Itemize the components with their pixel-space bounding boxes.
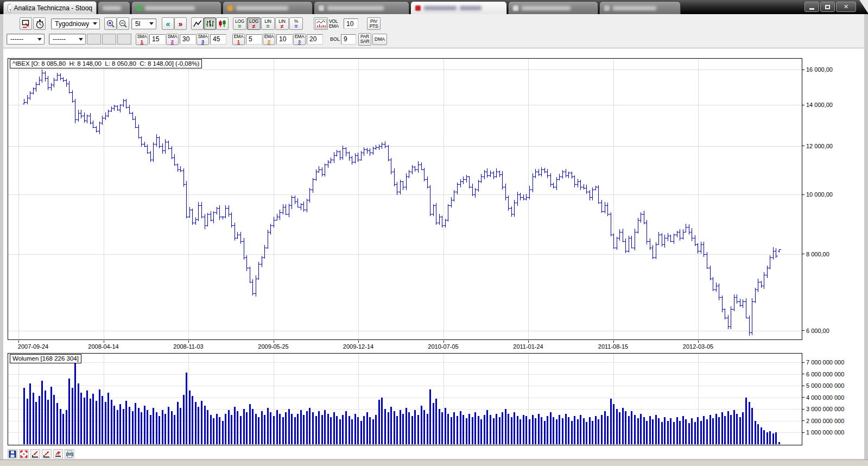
titlebar: Analiza Techniczna - Stooq ✕ [0, 0, 868, 14]
bollinger-label: BOL [329, 36, 341, 42]
axis-tick-label: 6 000,00 [802, 327, 829, 335]
new-window-icon[interactable] [20, 17, 32, 30]
stopwatch-icon[interactable] [33, 17, 46, 30]
line-type-icon[interactable] [191, 17, 204, 30]
axis-tick-label: 6 000 000 000 [802, 370, 844, 378]
browser-tab[interactable] [223, 1, 313, 14]
volume-label: Wolumen [168 226 304] [10, 354, 81, 363]
indicator-sma3-button[interactable]: SMA3 [197, 34, 209, 45]
chevron-down-icon [79, 38, 83, 41]
x-axis-date-label: 2011-08-15 [589, 343, 638, 350]
scale-button-lin-eq[interactable]: LIN= [261, 17, 275, 30]
browser-tab[interactable] [131, 1, 221, 14]
scale-button-lin-neq[interactable]: LIN≠ [275, 17, 289, 30]
axis-tick-label: 1 000 000 000 [802, 429, 844, 436]
zoom-out-icon [118, 19, 128, 29]
axis-tick-label: 7 000 000 000 [802, 358, 844, 366]
param-box-2[interactable] [102, 34, 116, 45]
indicator-sma1-input[interactable] [149, 34, 166, 45]
import-icon[interactable] [30, 449, 40, 458]
x-axis-tick [188, 341, 189, 343]
indicator-select-1[interactable]: ------ [7, 34, 45, 45]
pivot-points-button[interactable]: PIV PTS [367, 17, 381, 30]
chevron-down-icon [149, 22, 154, 25]
indicator-sma1-button[interactable]: SMA1 [136, 34, 148, 45]
parabolic-sar-button[interactable]: PAR SAR [358, 33, 371, 46]
x-axis-date-label: 2009-05-25 [249, 343, 298, 350]
indicator-select-2[interactable]: ------ [49, 34, 86, 45]
vol-ema-input[interactable] [344, 18, 358, 29]
save-icon[interactable] [8, 449, 17, 458]
scroll-back-button[interactable]: « [162, 17, 174, 30]
x-axis-tick [613, 341, 614, 343]
volume-chart [8, 354, 802, 445]
transfer-icon[interactable] [53, 449, 63, 458]
x-axis-tick [104, 341, 104, 343]
indicator-ema3-button[interactable]: EMA3 [293, 34, 306, 45]
export-icon[interactable] [42, 449, 52, 458]
combo2-value: ------ [53, 35, 66, 43]
ohlc-type-icon[interactable] [204, 17, 216, 30]
scale-button-log-eq[interactable]: LOG= [233, 17, 246, 30]
indicator-sma2-input[interactable] [180, 34, 196, 45]
chevron-down-icon [37, 38, 42, 41]
param-box-3[interactable] [117, 34, 131, 45]
x-axis-date-label: 2009-12-14 [334, 343, 383, 350]
app-window-title[interactable]: Analiza Techniczna - Stooq [3, 1, 97, 14]
java-icon [8, 4, 11, 12]
axis-tick-label: 14 000,00 [802, 101, 833, 109]
interval-select[interactable]: Tygodniowy [51, 18, 100, 29]
maximize-icon[interactable] [820, 2, 835, 12]
price-chart-panel[interactable] [8, 58, 802, 340]
axis-tick-label: 5 000 000 000 [802, 382, 844, 389]
x-axis-tick [698, 341, 699, 343]
vol-ema-label: VOL EMA [329, 19, 343, 29]
indicator-ema2-input[interactable] [276, 34, 293, 45]
axis-tick-label: 4 000 000 000 [802, 394, 844, 401]
browser-tab[interactable] [508, 1, 598, 14]
x-axis-date-label: 2008-11-03 [164, 343, 213, 350]
candle-type-icon[interactable] [216, 17, 229, 30]
axis-tick-label: 8 000,00 [802, 250, 829, 258]
indicator-toolbar: ------ ------ SMA1SMA2SMA3EMA1EMA2EMA3 B… [3, 32, 864, 47]
x-axis-date-label: 2010-07-05 [419, 343, 468, 350]
range-select[interactable]: 5l [131, 18, 156, 29]
x-axis-date-label: 2007-09-24 [9, 343, 58, 350]
zoom-window-icon[interactable] [19, 449, 29, 458]
scale-button-log-neq[interactable]: LOG≠ [247, 17, 261, 30]
indicator-ema1-input[interactable] [246, 34, 262, 45]
window-edge [859, 0, 868, 13]
zoom-in-icon[interactable] [104, 17, 117, 30]
chevron-down-icon [93, 22, 97, 25]
print-icon[interactable] [65, 449, 74, 458]
interval-value: Tygodniowy [55, 20, 89, 28]
bollinger-input[interactable] [341, 34, 356, 45]
indicator-sma2-button[interactable]: SMA2 [166, 34, 179, 45]
price-x-axis: 2007-09-242008-04-142008-11-032009-05-25… [8, 341, 802, 350]
status-strip [0, 459, 868, 466]
new-window-icon [21, 19, 31, 29]
browser-tab[interactable] [599, 1, 681, 14]
minimize-icon[interactable] [804, 2, 819, 12]
indicator-ema1-button[interactable]: EMA1 [232, 34, 245, 45]
axis-tick-label: 3 000 000 000 [802, 405, 844, 413]
close-icon[interactable]: ✕ [836, 2, 856, 12]
x-axis-tick [358, 341, 359, 343]
volume-style-icon[interactable] [314, 17, 328, 30]
indicator-ema2-button[interactable]: EMA2 [263, 34, 275, 45]
browser-tab[interactable] [98, 1, 130, 14]
scroll-forward-button[interactable]: » [174, 17, 187, 30]
scale-button-pct-eq[interactable]: %= [289, 17, 303, 30]
double-right-arrow-icon: » [179, 20, 183, 28]
volume-chart-panel[interactable] [8, 353, 802, 445]
x-axis-tick [443, 341, 444, 343]
indicator-ema3-input[interactable] [307, 34, 323, 45]
zoom-out-icon[interactable] [117, 17, 129, 30]
dma-button[interactable]: DMA [372, 34, 387, 45]
param-box-1[interactable] [87, 34, 101, 45]
browser-tab-active[interactable] [410, 1, 507, 14]
ohlc-bars-icon [205, 19, 215, 29]
indicator-sma3-input[interactable] [210, 34, 226, 45]
x-axis-date-label: 2011-01-24 [504, 343, 553, 350]
browser-tab[interactable] [314, 1, 409, 14]
